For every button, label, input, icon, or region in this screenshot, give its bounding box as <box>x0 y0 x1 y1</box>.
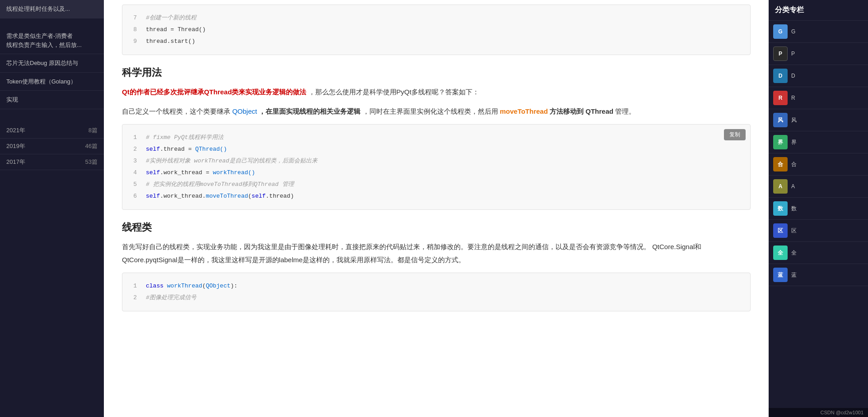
right-sidebar-item-7[interactable]: A A <box>769 176 868 198</box>
right-sidebar-item-10[interactable]: 全 全 <box>769 242 868 264</box>
avatar-r: R <box>773 91 788 105</box>
top-code-block: 7 #创建一个新的线程 8 thread = Thread() 9 thread… <box>122 5 751 55</box>
right-sidebar-item-8[interactable]: 数 数 <box>769 198 868 220</box>
code-block-3: 1 class workThread(QObject): 2 #图像处理完成信号 <box>122 273 751 311</box>
right-sidebar-item-1[interactable]: P P <box>769 43 868 65</box>
avatar-lan: 蓝 <box>773 268 788 282</box>
avatar-g: G <box>773 24 788 39</box>
avatar-he: 合 <box>773 157 788 171</box>
archive-2017[interactable]: 2017年 53篇 <box>0 154 104 170</box>
sidebar-item-4[interactable]: Token使用教程（Golang） <box>0 73 104 91</box>
right-sidebar-item-9[interactable]: 区 区 <box>769 220 868 242</box>
para-scientific-1: Qt的作者已经多次批评继承QThread类来实现业务逻辑的做法 ，那么怎么使用才… <box>122 86 751 99</box>
section-heading-thread-class: 线程类 <box>122 221 751 234</box>
avatar-p: P <box>773 46 788 61</box>
footer-bar: CSDN @cd2w1001 <box>769 408 868 417</box>
right-sidebar-item-11[interactable]: 蓝 蓝 <box>769 264 868 286</box>
right-sidebar-item-6[interactable]: 合 合 <box>769 153 868 176</box>
para-scientific-2: 自己定义一个线程类，这个类要继承 QObject ，在里面实现线程的相关业务逻辑… <box>122 105 751 118</box>
right-sidebar-title: 分类专栏 <box>769 0 868 21</box>
avatar-jie: 界 <box>773 135 788 149</box>
avatar-quan: 全 <box>773 246 788 260</box>
main-content: 7 #创建一个新的线程 8 thread = Thread() 9 thread… <box>104 0 769 417</box>
right-sidebar-item-3[interactable]: R R <box>769 87 868 109</box>
avatar-a: A <box>773 179 788 194</box>
left-sidebar: 线程处理耗时任务以及... 需求是类似生产者-消费者 线程负责产生输入，然后放.… <box>0 0 104 417</box>
sidebar-item-1[interactable]: 线程处理耗时任务以及... <box>0 0 104 19</box>
avatar-shu: 数 <box>773 201 788 216</box>
right-sidebar-item-4[interactable]: 风 风 <box>769 109 868 131</box>
avatar-d: D <box>773 69 788 83</box>
code-block-2: 复制 1 # fixme PyQt线程科学用法 2 self.thread = … <box>122 124 751 210</box>
section-heading-scientific: 科学用法 <box>122 66 751 79</box>
sidebar-item-5[interactable]: 实现 <box>0 91 104 109</box>
sidebar-item-3[interactable]: 芯片无法Debug 原因总结与 <box>0 54 104 73</box>
archive-2021[interactable]: 2021年 8篇 <box>0 123 104 139</box>
right-sidebar: 分类专栏 G G P P D D R R 风 风 界 界 合 合 A A 数 数… <box>769 0 868 417</box>
avatar-qu: 区 <box>773 223 788 238</box>
archive-2019[interactable]: 2019年 46篇 <box>0 139 104 154</box>
right-sidebar-item-0[interactable]: G G <box>769 21 868 43</box>
para-thread-class: 首先写好自己的线程类，实现业务功能，因为我这里是由于图像处理耗时，直接把原来的代… <box>122 241 751 266</box>
copy-button-2[interactable]: 复制 <box>724 129 746 140</box>
right-sidebar-item-2[interactable]: D D <box>769 65 868 87</box>
footer-text: CSDN @cd2w1001 <box>820 410 863 415</box>
avatar-feng: 风 <box>773 113 788 127</box>
right-sidebar-item-5[interactable]: 界 界 <box>769 131 868 153</box>
sidebar-item-2[interactable]: 需求是类似生产者-消费者 线程负责产生输入，然后放... <box>0 19 104 55</box>
